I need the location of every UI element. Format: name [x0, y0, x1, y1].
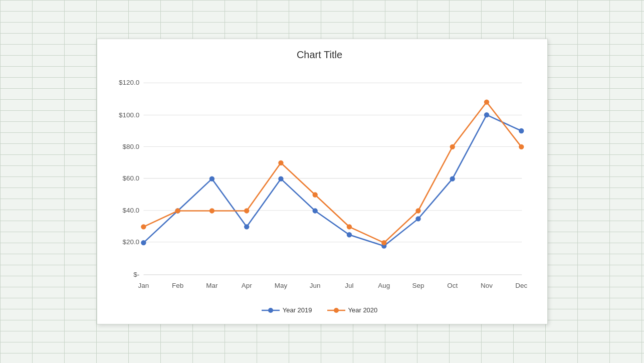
- svg-text:Dec: Dec: [515, 282, 527, 289]
- dot-2020-may: [278, 160, 283, 165]
- dot-2020-feb: [175, 208, 180, 213]
- svg-text:Jul: Jul: [345, 282, 353, 289]
- svg-text:Jan: Jan: [138, 282, 149, 289]
- dot-2020-sep: [415, 208, 420, 213]
- svg-text:$80.0: $80.0: [122, 143, 139, 150]
- dot-2019-apr: [244, 224, 249, 229]
- legend-label-2019: Year 2019: [283, 306, 312, 314]
- dot-2019-jun: [312, 208, 317, 213]
- dot-2020-oct: [450, 144, 455, 149]
- dot-2020-jan: [141, 224, 146, 229]
- dot-2020-jul: [346, 224, 351, 229]
- dot-2019-may: [278, 176, 283, 181]
- spreadsheet-background: Chart Title $120.0 $100.0 $80.0 $60.0: [0, 0, 644, 363]
- dot-2019-jul: [346, 232, 351, 237]
- svg-text:Oct: Oct: [447, 282, 458, 289]
- legend-item-2020: Year 2020: [327, 306, 378, 314]
- dot-2020-aug: [381, 240, 386, 245]
- line-chart: $120.0 $100.0 $80.0 $60.0 $40.0 $20.0 $-…: [107, 66, 532, 302]
- svg-text:Sep: Sep: [412, 282, 424, 289]
- dot-2019-jan: [141, 240, 146, 245]
- legend-label-2020: Year 2020: [348, 306, 378, 314]
- chart-title: Chart Title: [297, 49, 342, 61]
- dot-2020-mar: [209, 208, 214, 213]
- series-2019-line: [143, 115, 521, 246]
- svg-text:Nov: Nov: [481, 282, 493, 289]
- svg-text:$100.0: $100.0: [119, 111, 139, 119]
- dot-2020-dec: [519, 144, 524, 149]
- dot-2019-sep: [415, 216, 420, 221]
- legend-item-2019: Year 2019: [262, 306, 312, 314]
- chart-area: $120.0 $100.0 $80.0 $60.0 $40.0 $20.0 $-…: [107, 66, 532, 302]
- dot-2019-nov: [484, 112, 489, 117]
- legend-line-2019: [262, 307, 280, 314]
- svg-text:Mar: Mar: [206, 282, 218, 289]
- dot-2020-jun: [312, 192, 317, 197]
- svg-text:Jun: Jun: [309, 282, 320, 289]
- svg-text:May: May: [274, 282, 287, 289]
- dot-2019-dec: [519, 128, 524, 133]
- svg-point-29: [334, 308, 339, 313]
- svg-text:$20.0: $20.0: [122, 238, 139, 246]
- svg-text:Feb: Feb: [172, 282, 183, 289]
- svg-text:$60.0: $60.0: [122, 174, 139, 182]
- svg-text:$40.0: $40.0: [122, 207, 139, 214]
- dot-2019-oct: [450, 176, 455, 181]
- chart-container: Chart Title $120.0 $100.0 $80.0 $60.0: [97, 39, 548, 324]
- chart-legend: Year 2019 Year 2020: [262, 306, 378, 314]
- svg-text:Aug: Aug: [378, 282, 390, 289]
- svg-text:$120.0: $120.0: [119, 79, 139, 86]
- svg-text:Apr: Apr: [241, 282, 252, 289]
- svg-point-27: [268, 308, 273, 313]
- series-2020-line: [143, 102, 521, 243]
- svg-text:$-: $-: [133, 271, 139, 278]
- dot-2020-apr: [244, 208, 249, 213]
- dot-2019-mar: [209, 176, 214, 181]
- dot-2020-nov: [484, 99, 489, 104]
- legend-line-2020: [327, 307, 345, 314]
